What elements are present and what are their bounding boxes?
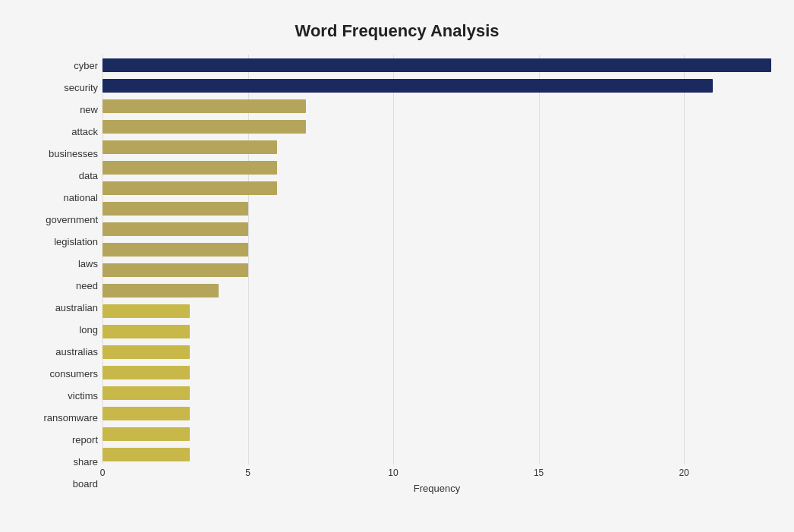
bar-row	[102, 219, 771, 239]
grid-and-bars	[102, 55, 771, 464]
bar	[102, 386, 190, 400]
bar-row	[102, 137, 771, 157]
bar-row	[102, 281, 771, 301]
y-label: australian	[23, 298, 98, 318]
bar-row	[102, 158, 771, 178]
bar-row	[102, 322, 771, 342]
y-label: cyber	[23, 56, 98, 76]
y-label: attack	[23, 122, 98, 142]
bar	[102, 427, 190, 441]
bar	[102, 140, 277, 154]
bar-row	[102, 404, 771, 423]
bar	[102, 120, 306, 134]
bar-row	[102, 55, 771, 75]
bar	[102, 161, 277, 175]
bar	[102, 243, 248, 257]
bar-row	[102, 240, 771, 260]
x-ticks: 05101520	[102, 464, 771, 480]
chart-container: Word Frequency Analysis cybersecuritynew…	[0, 0, 794, 532]
bar	[102, 366, 190, 379]
x-tick: 0	[100, 467, 106, 478]
y-label: government	[23, 210, 98, 230]
y-label: australias	[23, 342, 98, 362]
y-label: data	[23, 166, 98, 186]
bar	[102, 79, 713, 93]
x-tick: 15	[534, 467, 544, 478]
bar-row	[102, 178, 771, 198]
bar-row	[102, 301, 771, 321]
y-label: laws	[23, 254, 98, 274]
y-label: long	[23, 320, 98, 340]
bar	[102, 181, 277, 195]
bar	[102, 202, 248, 216]
x-tick: 20	[679, 467, 688, 478]
bar	[102, 284, 219, 297]
y-label: security	[23, 78, 98, 98]
bar-row	[102, 445, 771, 464]
bar-row	[102, 260, 771, 280]
bar	[102, 407, 190, 420]
y-label: share	[23, 452, 98, 472]
bar	[102, 58, 771, 72]
bar-row	[102, 424, 771, 444]
bar-row	[102, 117, 771, 137]
y-labels: cybersecuritynewattackbusinessesdatanati…	[23, 55, 102, 495]
y-label: need	[23, 276, 98, 296]
bar	[102, 99, 306, 113]
y-label: board	[23, 474, 98, 494]
y-label: businesses	[23, 144, 98, 164]
y-label: ransomware	[23, 408, 98, 428]
bar	[102, 263, 248, 277]
x-axis-area: 05101520 Frequency	[102, 464, 771, 495]
bar	[102, 304, 190, 318]
bar-row	[102, 199, 771, 219]
y-label: new	[23, 100, 98, 120]
y-label: consumers	[23, 364, 98, 384]
bar-row	[102, 363, 771, 382]
y-label: report	[23, 430, 98, 450]
x-axis-label: Frequency	[102, 483, 771, 494]
bars-and-grid: 05101520 Frequency	[102, 55, 771, 495]
bar	[102, 325, 190, 338]
bar	[102, 345, 190, 359]
bar-row	[102, 342, 771, 362]
y-label: victims	[23, 386, 98, 406]
bar	[102, 448, 190, 461]
bar-row	[102, 96, 771, 116]
x-tick: 5	[245, 467, 250, 478]
bar-row	[102, 383, 771, 403]
bar	[102, 222, 248, 236]
chart-area: cybersecuritynewattackbusinessesdatanati…	[23, 55, 771, 495]
bars-column	[102, 55, 771, 464]
bar-row	[102, 76, 771, 96]
y-label: legislation	[23, 232, 98, 252]
y-label: national	[23, 188, 98, 208]
x-tick: 10	[388, 467, 398, 478]
chart-title: Word Frequency Analysis	[23, 15, 771, 41]
